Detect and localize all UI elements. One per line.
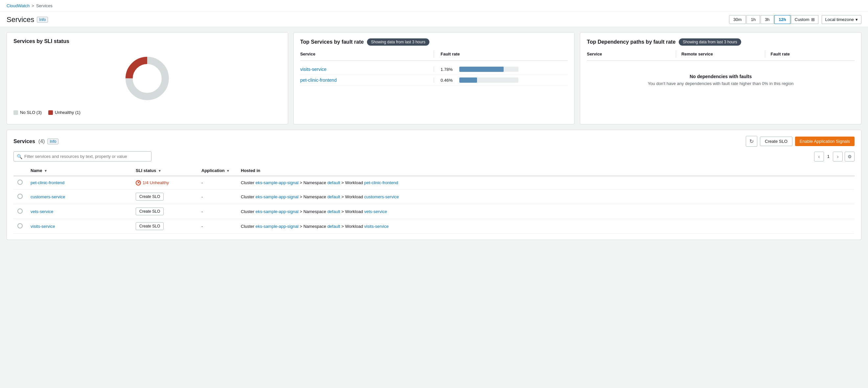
top-services-row-1: pet-clinic-frontend 0.46%	[300, 75, 568, 86]
sli-sort-icon[interactable]: ▾	[159, 169, 161, 173]
time-btn-30m[interactable]: 30m	[729, 15, 746, 24]
donut-container: No SLO (3) Unhealthy (1)	[13, 49, 281, 118]
breadcrumb-services: Services	[36, 3, 53, 8]
service-name-link-1[interactable]: customers-service	[31, 194, 65, 199]
donut-chart	[121, 52, 174, 105]
app-cell-0: -	[197, 176, 237, 189]
services-section-count: (4)	[38, 138, 45, 144]
create-slo-btn-2[interactable]: Create SLO	[136, 207, 164, 215]
cluster-link-3[interactable]: eks-sample-app-signal	[256, 224, 299, 229]
namespace-link-2[interactable]: default	[327, 209, 340, 214]
app-sort-icon[interactable]: ▾	[227, 169, 229, 173]
refresh-button[interactable]: ↻	[746, 136, 757, 147]
col-header-sli: SLI status ▾	[132, 165, 197, 176]
workload-link-1[interactable]: customers-service	[364, 194, 399, 199]
time-btn-1h[interactable]: 1h	[746, 15, 760, 24]
gear-icon: ⚙	[848, 154, 852, 159]
col-header-hosted: Hosted in	[237, 165, 855, 176]
name-sort-icon[interactable]: ▾	[45, 169, 46, 173]
donut-chart-wrapper	[13, 52, 281, 105]
pagination-row: ‹ 1 › ⚙	[814, 152, 855, 162]
namespace-link-1[interactable]: default	[327, 194, 340, 199]
app-cell-1: -	[197, 189, 237, 204]
next-page-button[interactable]: ›	[833, 152, 843, 162]
search-input[interactable]	[13, 151, 151, 162]
visits-fault-bar-bg	[459, 67, 519, 72]
unhealthy-swatch	[48, 110, 53, 115]
top-deps-card: Top Dependency paths by fault rate Showi…	[580, 32, 861, 124]
chevron-left-icon: ‹	[818, 154, 820, 159]
create-slo-btn-3[interactable]: Create SLO	[136, 222, 164, 230]
row-radio-2[interactable]	[18, 208, 23, 214]
col-header-app: Application ▾	[197, 165, 237, 176]
timezone-btn[interactable]: Local timezone ▾	[822, 15, 861, 24]
app-cell-2: -	[197, 204, 237, 219]
services-section: Services (4) Info ↻ Create SLO Enable Ap…	[7, 130, 861, 240]
top-services-card: Top Services by fault rate Showing data …	[293, 32, 575, 124]
search-pagination-row: 🔍 ‹ 1 › ⚙	[13, 151, 855, 162]
main-content: Services by SLI status No SLO (3)	[0, 27, 868, 245]
petclinic-service-link[interactable]: pet-clinic-frontend	[300, 77, 337, 83]
no-slo-label: No SLO (3)	[20, 110, 42, 115]
unhealthy-status-badge-0: ✕1/4 Unhealthy	[136, 180, 169, 186]
top-deps-title: Top Dependency paths by fault rate	[587, 39, 676, 45]
time-btn-custom[interactable]: Custom ⊞	[791, 15, 818, 24]
table-row: visits-serviceCreate SLO-Cluster eks-sam…	[13, 219, 855, 234]
top-services-row-0: visits-service 1.78%	[300, 64, 568, 75]
hosted-cell-3: Cluster eks-sample-app-signal > Namespac…	[237, 219, 855, 234]
visits-service-link[interactable]: visits-service	[300, 67, 327, 72]
table-row: vets-serviceCreate SLO-Cluster eks-sampl…	[13, 204, 855, 219]
namespace-link-0[interactable]: default	[327, 180, 340, 185]
create-slo-btn-1[interactable]: Create SLO	[136, 193, 164, 200]
service-name-link-3[interactable]: visits-service	[31, 224, 55, 229]
workload-link-3[interactable]: visits-service	[364, 224, 389, 229]
top-services-badge: Showing data from last 3 hours	[367, 38, 429, 45]
col-faultrate-header: Fault rate	[434, 50, 568, 58]
row-radio-1[interactable]	[18, 194, 23, 199]
page-info-badge[interactable]: Info	[37, 17, 48, 23]
row-radio-3[interactable]	[18, 223, 23, 228]
enable-signals-button[interactable]: Enable Application Signals	[795, 136, 855, 146]
time-btn-3h[interactable]: 3h	[761, 15, 774, 24]
cluster-link-1[interactable]: eks-sample-app-signal	[256, 194, 299, 199]
refresh-icon: ↻	[749, 138, 754, 144]
no-deps-title: No dependencies with faults	[587, 74, 855, 79]
app-cell-3: -	[197, 219, 237, 234]
breadcrumb-cloudwatch[interactable]: CloudWatch	[7, 3, 30, 8]
cluster-link-2[interactable]: eks-sample-app-signal	[256, 209, 299, 214]
top-services-header: Service Fault rate	[300, 50, 568, 61]
row-radio-0[interactable]	[18, 180, 23, 185]
dep-table-header: Service Remote service Fault rate	[587, 50, 855, 61]
section-actions: ↻ Create SLO Enable Application Signals	[746, 136, 855, 147]
legend-unhealthy: Unhealthy (1)	[48, 110, 81, 115]
breadcrumb: CloudWatch > Services	[0, 0, 868, 12]
workload-link-0[interactable]: pet-clinic-frontend	[364, 180, 398, 185]
table-settings-button[interactable]: ⚙	[845, 152, 855, 162]
sli-status-card: Services by SLI status No SLO (3)	[7, 32, 288, 124]
search-icon: 🔍	[17, 154, 22, 159]
page-number: 1	[826, 154, 831, 159]
visits-fault-pct: 1.78%	[441, 67, 455, 72]
chevron-down-icon: ▾	[856, 17, 858, 22]
cluster-link-0[interactable]: eks-sample-app-signal	[256, 180, 299, 185]
unhealthy-label: Unhealthy (1)	[55, 110, 81, 115]
namespace-link-3[interactable]: default	[327, 224, 340, 229]
top-deps-badge: Showing data from last 3 hours	[679, 38, 741, 45]
service-name-link-0[interactable]: pet-clinic-frontend	[31, 180, 64, 185]
legend-no-slo: No SLO (3)	[13, 110, 42, 115]
unhealthy-icon-0: ✕	[136, 180, 141, 186]
prev-page-button[interactable]: ‹	[814, 152, 824, 162]
workload-link-2[interactable]: vets-service	[364, 209, 387, 214]
petclinic-fault-pct: 0.46%	[441, 78, 455, 83]
donut-legend: No SLO (3) Unhealthy (1)	[13, 110, 81, 115]
col-service-header: Service	[300, 50, 434, 58]
service-name-link-2[interactable]: vets-service	[31, 209, 53, 214]
dep-col-service: Service	[587, 50, 676, 58]
create-slo-button[interactable]: Create SLO	[760, 136, 793, 146]
table-row: pet-clinic-frontend✕1/4 Unhealthy-Cluste…	[13, 176, 855, 189]
petclinic-fault-bar-fill	[459, 77, 477, 83]
summary-cards: Services by SLI status No SLO (3)	[7, 32, 861, 124]
calendar-icon: ⊞	[811, 17, 815, 22]
services-info-badge[interactable]: Info	[47, 138, 59, 144]
time-btn-12h[interactable]: 12h	[774, 15, 790, 24]
